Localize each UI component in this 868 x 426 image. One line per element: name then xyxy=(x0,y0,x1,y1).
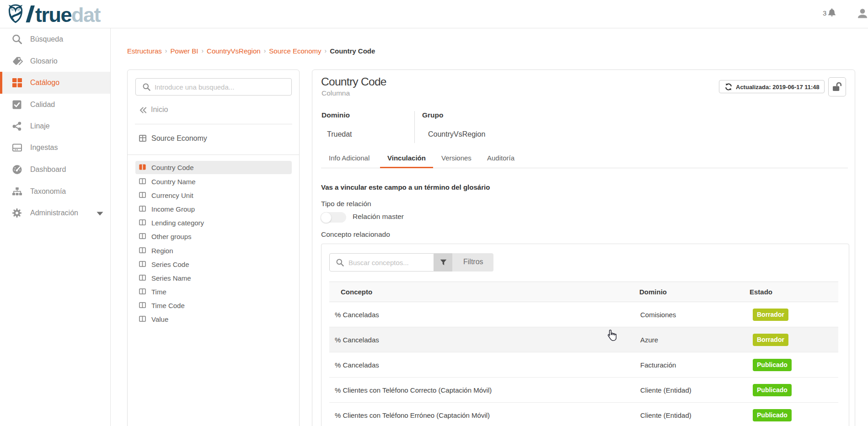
svg-text:truedat: truedat xyxy=(35,3,101,26)
